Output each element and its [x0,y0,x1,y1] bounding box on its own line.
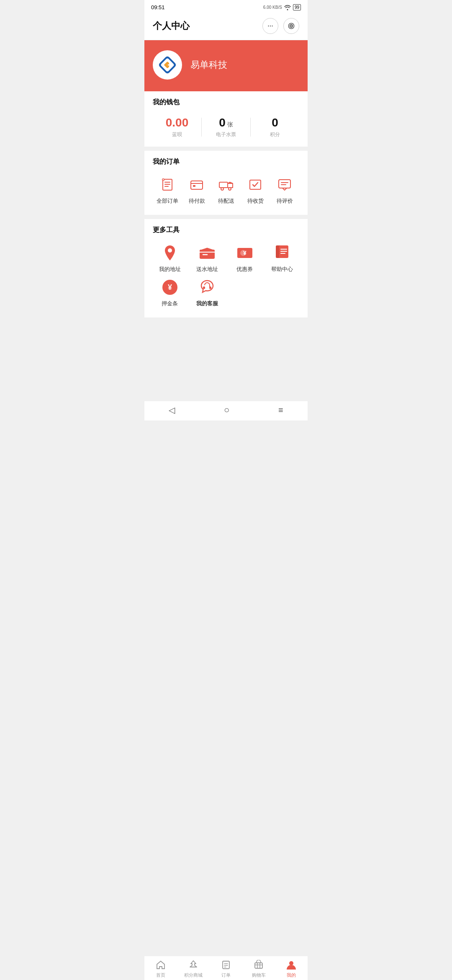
svg-point-18 [221,188,223,190]
scan-icon [287,22,295,30]
review-icon [275,175,294,194]
help-icon [273,244,291,262]
wallet-label-tickets: 电子水票 [216,131,236,138]
svg-rect-21 [279,180,290,188]
orders-title: 我的订单 [153,157,299,166]
address-icon [161,244,179,262]
wallet-label-lanbe: 蓝呗 [172,131,182,138]
pending-pay-icon [187,175,206,194]
wallet-value-points: 0 [272,116,278,129]
all-orders-icon [158,175,177,194]
svg-point-24 [168,248,172,253]
order-label-all: 全部订单 [157,197,178,205]
order-label-delivery: 待配送 [218,197,234,205]
tool-item-help[interactable]: 帮助中心 [265,244,300,273]
tool-label-deposit: 押金条 [162,300,178,307]
wallet-section: 我的钱包 0.00 蓝呗 0 张 电子水票 0 积分 [144,91,308,147]
svg-text:¥: ¥ [243,250,247,256]
sys-back-button[interactable]: ◁ [169,405,175,415]
tools-grid-2: ¥ 押金条 我的客服 [153,276,299,311]
tool-item-service[interactable]: 我的客服 [190,278,225,307]
order-item-delivery[interactable]: 待配送 [211,175,241,205]
avatar[interactable] [153,50,182,80]
tool-label-help: 帮助中心 [271,266,293,273]
svg-point-2 [291,26,292,27]
tools-section: 更多工具 我的地址 送水地址 [144,219,308,317]
order-item-receive[interactable]: 待收货 [241,175,270,205]
orders-grid: 全部订单 待付款 [153,172,299,208]
wallet-row: 0.00 蓝呗 0 张 电子水票 0 积分 [153,113,299,140]
orders-section: 我的订单 全部订单 [144,151,308,215]
tool-item-delivery-address[interactable]: 送水地址 [190,244,225,273]
wifi-icon [284,5,291,10]
tools-title: 更多工具 [153,226,299,235]
coupon-icon: ¥ [236,244,254,262]
svg-rect-17 [219,182,228,188]
svg-rect-39 [203,286,205,289]
status-speed: 6.00 KB/S [263,5,282,10]
status-bar: 09:51 6.00 KB/S 99 [144,0,308,13]
logo-icon [156,53,179,77]
order-item-all[interactable]: 全部订单 [153,175,182,205]
wallet-item-points[interactable]: 0 积分 [251,116,299,138]
wallet-value-tickets: 0 [219,116,226,129]
page-header: 个人中心 ··· [144,13,308,40]
tool-item-coupon[interactable]: ¥ 优惠券 [228,244,262,273]
status-time: 09:51 [151,4,165,10]
gray-spacer [144,322,308,376]
wallet-item-lanbe[interactable]: 0.00 蓝呗 [153,116,201,138]
svg-rect-14 [191,181,203,189]
battery-icon: 99 [293,4,301,10]
profile-name: 易单科技 [190,59,227,71]
tool-label-service: 我的客服 [196,300,218,307]
order-label-receive: 待收货 [247,197,264,205]
sys-home-button[interactable]: ○ [224,405,229,415]
order-label-pending-pay: 待付款 [189,197,205,205]
more-button[interactable]: ··· [262,18,278,34]
sys-menu-button[interactable]: ≡ [278,405,283,415]
svg-rect-40 [209,286,211,289]
receive-icon [246,175,265,194]
tool-label-address: 我的地址 [159,266,181,273]
tool-item-address[interactable]: 我的地址 [153,244,187,273]
delivery-icon [217,175,235,194]
status-right: 6.00 KB/S 99 [263,4,301,10]
tool-item-deposit[interactable]: ¥ 押金条 [153,278,187,307]
wallet-item-tickets[interactable]: 0 张 电子水票 [202,116,250,138]
sys-nav-bar: ◁ ○ ≡ [144,401,308,420]
deposit-icon: ¥ [161,278,179,297]
wallet-value-lanbe: 0.00 [166,116,189,129]
svg-point-19 [229,188,231,190]
service-icon [198,278,216,297]
order-item-review[interactable]: 待评价 [270,175,299,205]
wallet-unit-tickets: 张 [227,121,233,129]
order-item-pending-pay[interactable]: 待付款 [182,175,211,205]
tools-grid: 我的地址 送水地址 ¥ 优惠券 [153,240,299,276]
header-actions: ··· [262,18,299,34]
tool-label-delivery-address: 送水地址 [196,266,218,273]
order-label-review: 待评价 [277,197,293,205]
profile-banner: 易单科技 [144,40,308,91]
svg-text:¥: ¥ [168,283,172,291]
tool-label-coupon: 优惠券 [236,266,253,273]
page-title: 个人中心 [153,20,190,32]
wallet-title: 我的钱包 [153,98,299,107]
delivery-address-icon [198,244,216,262]
svg-rect-16 [193,185,195,187]
scan-button[interactable] [283,18,299,34]
wallet-label-points: 积分 [270,131,280,138]
